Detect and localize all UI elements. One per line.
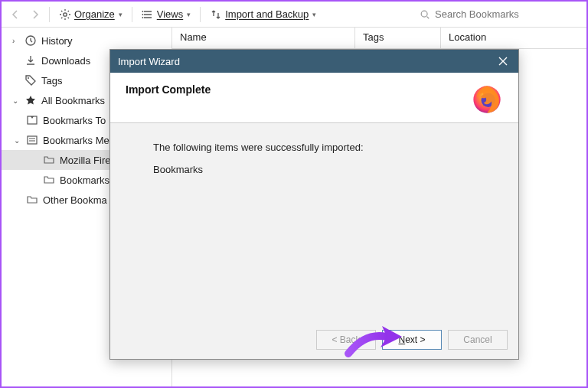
organize-menu[interactable]: Organize ▾ <box>54 7 127 22</box>
expand-icon: › <box>12 37 20 45</box>
views-menu[interactable]: Views ▾ <box>137 7 195 22</box>
chevron-down-icon: ▾ <box>119 11 122 18</box>
svg-point-3 <box>142 17 143 18</box>
search-input[interactable] <box>435 8 565 20</box>
list-icon <box>142 8 154 21</box>
folder-icon <box>26 194 38 206</box>
separator <box>132 7 132 22</box>
svg-point-4 <box>421 11 427 17</box>
svg-rect-8 <box>28 136 37 144</box>
svg-point-2 <box>142 14 143 15</box>
separator <box>49 7 50 22</box>
search-box[interactable] <box>413 7 582 21</box>
dialog-header: Import Complete <box>110 73 518 123</box>
column-location[interactable]: Location <box>441 28 586 48</box>
sidebar-label: Tags <box>41 75 62 86</box>
toolbar: Organize ▾ Views ▾ Import and Backup ▾ <box>2 2 586 28</box>
dialog-body: The following items were successfully im… <box>110 123 518 204</box>
dialog-titlebar[interactable]: Import Wizard <box>110 50 518 73</box>
search-icon <box>420 9 430 20</box>
folder-icon <box>43 154 55 166</box>
chevron-down-icon: ⌄ <box>12 96 20 105</box>
bookmarks-menu-icon <box>26 134 38 146</box>
svg-point-0 <box>64 12 67 15</box>
sidebar-label: Mozilla Fire <box>60 155 110 166</box>
gear-icon <box>59 8 71 21</box>
dialog-heading: Import Complete <box>126 83 211 96</box>
back-button[interactable]: < Back <box>316 330 376 350</box>
next-button[interactable]: Next > <box>382 330 442 350</box>
chevron-down-icon: ▾ <box>187 11 191 18</box>
dialog-footer: < Back Next > Cancel <box>316 330 508 350</box>
organize-label: Organize <box>74 8 115 20</box>
separator <box>200 7 201 22</box>
chevron-down-icon: ⌄ <box>14 136 21 145</box>
svg-point-6 <box>28 77 29 79</box>
folder-icon <box>43 174 55 186</box>
tag-icon <box>24 74 37 86</box>
sidebar-label: Downloads <box>41 55 90 67</box>
svg-point-1 <box>142 11 143 12</box>
dialog-title: Import Wizard <box>118 56 495 67</box>
close-button[interactable] <box>495 54 511 69</box>
sidebar-label: All Bookmarks <box>41 95 105 106</box>
sidebar-label: Bookmarks To <box>43 115 106 126</box>
bookmarks-toolbar-icon <box>26 114 38 126</box>
import-export-icon <box>210 8 222 21</box>
column-name[interactable]: Name <box>172 28 355 48</box>
import-wizard-dialog: Import Wizard Import Complete <box>109 49 519 360</box>
sidebar-label: History <box>41 35 72 47</box>
download-icon <box>24 54 37 67</box>
firefox-logo-icon <box>471 83 503 116</box>
sidebar-label: Bookmarks Me <box>43 135 109 146</box>
views-label: Views <box>157 8 183 20</box>
sidebar-label: Bookmarks <box>60 174 109 186</box>
column-tags[interactable]: Tags <box>355 28 441 48</box>
back-button[interactable] <box>6 5 24 24</box>
dialog-message: The following items were successfully im… <box>153 142 503 153</box>
cancel-button[interactable]: Cancel <box>448 330 508 350</box>
star-icon <box>24 94 37 106</box>
sidebar-label: Other Bookma <box>43 194 107 206</box>
dialog-items: Bookmarks <box>153 164 503 175</box>
import-backup-label: Import and Backup <box>225 8 309 20</box>
chevron-down-icon: ▾ <box>312 11 316 18</box>
column-headers: Name Tags Location <box>172 28 586 49</box>
sidebar-item-history[interactable]: › History <box>2 31 172 51</box>
clock-icon <box>24 34 37 47</box>
import-backup-menu[interactable]: Import and Backup ▾ <box>205 7 321 22</box>
forward-button[interactable] <box>26 5 44 24</box>
